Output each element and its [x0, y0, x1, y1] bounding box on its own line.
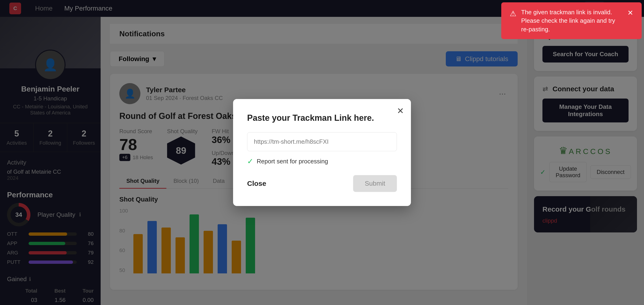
trackman-link-input[interactable] [247, 132, 397, 151]
modal-close-label-button[interactable]: Close [247, 180, 266, 188]
success-text: Report sent for processing [257, 158, 328, 165]
success-icon: ✓ [247, 157, 254, 166]
error-toast: ⚠ The given trackman link is invalid. Pl… [501, 2, 642, 39]
modal-close-button[interactable]: ✕ [397, 106, 404, 116]
modal-title: Paste your Trackman Link here. [247, 113, 397, 123]
modal-footer: Close Submit [247, 175, 397, 192]
toast-message: The given trackman link is invalid. Plea… [521, 8, 618, 34]
success-message: ✓ Report sent for processing [247, 157, 397, 166]
trackman-modal: Paste your Trackman Link here. ✕ ✓ Repor… [233, 99, 411, 206]
modal-submit-button[interactable]: Submit [353, 175, 397, 192]
modal-overlay[interactable]: Paste your Trackman Link here. ✕ ✓ Repor… [0, 0, 644, 305]
warning-icon: ⚠ [510, 8, 516, 19]
toast-close-button[interactable]: ✕ [628, 8, 633, 18]
